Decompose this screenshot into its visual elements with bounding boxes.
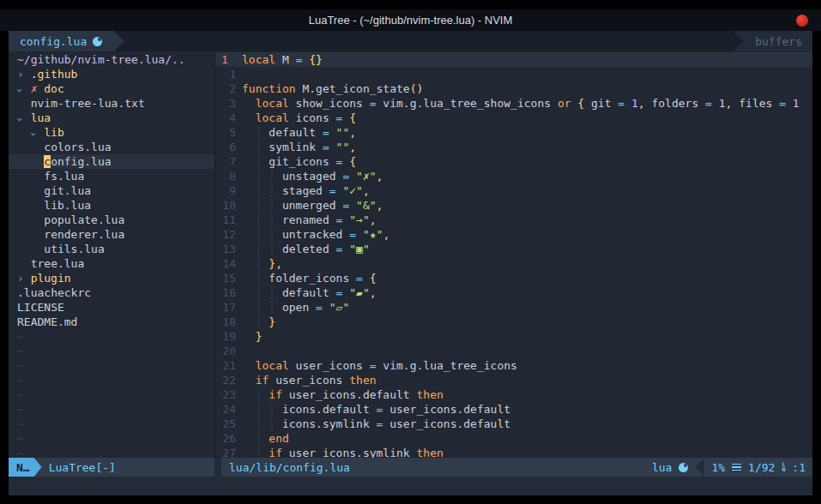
tree-item-label: plugin [31, 272, 71, 285]
line-number: 11 [215, 213, 236, 227]
line-number: 15 [215, 271, 236, 285]
command-line[interactable] [9, 477, 812, 495]
line-number: 13 [215, 242, 236, 256]
line-number: 18 [215, 315, 236, 329]
chevron-right-icon: › [17, 67, 24, 81]
tree-item[interactable]: nvim-tree-lua.txt [9, 96, 214, 111]
empty-line: ~ [9, 329, 214, 344]
tree-item-label: renderer.lua [44, 228, 124, 241]
code-line: 21 local user_icons = vim.g.lua_tree_ico… [215, 358, 812, 373]
tree-item[interactable]: lib.lua [9, 198, 214, 213]
chevron-right-icon: › [17, 271, 24, 285]
code-line: 12 ┊ ┊ untracked = "★", [215, 227, 812, 242]
line-number: 19 [215, 329, 236, 344]
line-number: 9 [215, 183, 236, 198]
line-number: 1 [215, 67, 236, 81]
close-button[interactable] [796, 15, 808, 27]
line-number: 12 [215, 227, 236, 242]
code-line: 1 [215, 67, 812, 81]
code-line: 15 ┊ folder_icons = { [215, 271, 812, 285]
code-line: 8 ┊ ┊ unstaged = "✗", [215, 169, 812, 183]
line-number: 23 [215, 387, 236, 402]
line-number: 17 [215, 300, 236, 315]
tree-item-label: fs.lua [44, 170, 84, 183]
tree-item[interactable]: .luacheckrc [9, 285, 214, 300]
tree-item[interactable]: › plugin [9, 271, 214, 285]
line-number: 1 [215, 52, 236, 67]
code-line: 9 ┊ ┊ staged = "✓", [215, 183, 812, 198]
line-number: 14 [215, 256, 236, 271]
tree-item-label: LICENSE [17, 301, 64, 314]
tree-item[interactable]: LICENSE [9, 300, 214, 315]
code-line: 2function M.get_icon_state() [215, 81, 812, 96]
chevron-down-icon: › [13, 117, 27, 123]
empty-line: ~ [9, 387, 214, 402]
chevron-down-icon: › [27, 131, 41, 138]
tree-item[interactable]: utils.lua [9, 242, 214, 256]
line-number: 20 [215, 344, 236, 358]
line-number: 5 [215, 125, 236, 140]
tree-item-label: tree.lua [31, 257, 85, 270]
tree-item[interactable]: renderer.lua [9, 227, 214, 242]
buffers-section[interactable]: buffers [733, 31, 812, 51]
code-line: 11 ┊ ┊ renamed = "→", [215, 213, 812, 227]
code-line: 13 ┊ ┊ deleted = "▣" [215, 242, 812, 256]
code-line: 23 ┊ if user_icons.default then [215, 387, 812, 402]
git-unstaged-icon: ✗ [31, 82, 38, 95]
empty-line: ~ [9, 344, 214, 358]
editor-area: ~/github/nvim-tree.lua/.. › .github› ✗ d… [9, 51, 812, 458]
window-titlebar: LuaTree - (~/github/nvim-tree.lua) - NVI… [0, 9, 821, 31]
code-line: 5 ┊ default = "", [215, 125, 812, 140]
line-number: 24 [215, 402, 236, 417]
lua-icon [93, 37, 102, 46]
chevron-left-icon [695, 458, 704, 477]
column-position: :1 [792, 461, 806, 474]
tree-item[interactable]: git.lua [9, 183, 214, 198]
empty-line: ~ [9, 402, 214, 417]
tree-item[interactable]: fs.lua [9, 169, 214, 183]
tree-item-label: nvim-tree-lua.txt [31, 97, 145, 110]
code-line: 18 ┊ } [215, 315, 812, 329]
statusline-divider [214, 458, 221, 477]
tree-item[interactable]: › ✗ doc [9, 81, 214, 96]
empty-line: ~ [9, 417, 214, 431]
code-line: 16 ┊ ┊ default = "▰", [215, 285, 812, 300]
tree-item[interactable]: colors.lua [9, 140, 214, 154]
window-title: LuaTree - (~/github/nvim-tree.lua) - NVI… [309, 14, 513, 27]
line-number: 3 [215, 96, 236, 111]
tree-item[interactable]: config.lua [9, 154, 214, 169]
line-number: 21 [215, 358, 236, 373]
tab-config-lua[interactable]: config.lua [9, 31, 124, 51]
tree-item[interactable]: tree.lua [9, 256, 214, 271]
empty-line: ~ [9, 358, 214, 373]
statusline-tree-label: LuaTree[-] [49, 461, 116, 474]
tree-item[interactable]: populate.lua [9, 213, 214, 227]
code-line: 4 local icons = { [215, 111, 812, 125]
tree-item-label: doc [44, 82, 63, 95]
tree-rows: › .github› ✗ doc nvim-tree-lua.txt› lua … [9, 67, 214, 458]
tree-window[interactable]: ~/github/nvim-tree.lua/.. › .github› ✗ d… [9, 51, 214, 458]
block-cursor: c [44, 155, 51, 168]
code-window[interactable]: 1local M = {}12function M.get_icon_state… [215, 51, 812, 458]
tree-item[interactable]: README.md [9, 315, 214, 329]
tree-item[interactable]: › lua [9, 111, 214, 125]
tab-label: config.lua [20, 35, 87, 48]
code-line: 14 ┊ }, [215, 256, 812, 271]
lines-icon [732, 464, 741, 471]
line-number-icon: LN [782, 462, 785, 472]
tree-item-label: git.lua [44, 184, 91, 197]
tree-item[interactable]: › .github [9, 67, 214, 81]
tree-item[interactable]: › lib [9, 125, 214, 140]
line-position: 1/92 [748, 461, 775, 474]
code-line: 22 if user_icons then [215, 373, 812, 387]
line-number: 8 [215, 169, 236, 183]
mode-indicator: N… [9, 458, 42, 477]
statusline-tree-section: N… LuaTree[-] [9, 458, 214, 477]
line-number: 10 [215, 198, 236, 213]
code-line: 17 ┊ ┊ open = "▱" [215, 300, 812, 315]
line-number: 6 [215, 140, 236, 154]
line-number: 22 [215, 373, 236, 387]
line-number: 4 [215, 111, 236, 125]
tree-item-label: lua [31, 111, 51, 124]
statusline-right-group: lua 1% 1/92 LN :1 [652, 458, 812, 477]
